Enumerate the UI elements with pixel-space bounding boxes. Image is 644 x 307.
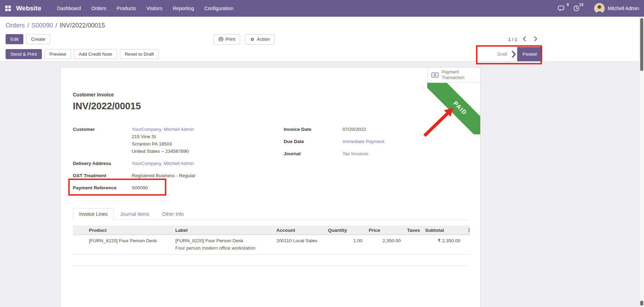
- invoice-sheet: Payment Transaction PAID Customer Invoic…: [60, 67, 481, 307]
- print-button[interactable]: Print: [214, 34, 240, 45]
- scrollbar-bottom-thumb[interactable]: [640, 301, 643, 306]
- status-stage-draft[interactable]: Draft: [497, 52, 507, 57]
- form-view: Payment Transaction PAID Customer Invoic…: [0, 62, 644, 307]
- sheet-body: Customer Invoice INV/2022/00015 Customer…: [61, 68, 480, 266]
- due-date-link[interactable]: Immediate Payment: [343, 139, 384, 144]
- column-header-taxes[interactable]: Taxes: [404, 226, 422, 235]
- column-header-subtotal[interactable]: Subtotal: [422, 226, 463, 235]
- pager: 1 / 1: [508, 34, 539, 44]
- cell-label-description: Four person modern office workstation: [175, 245, 270, 251]
- avatar: [594, 3, 605, 14]
- section-divider: [73, 266, 468, 266]
- invoice-date-value: 07/20/2022: [343, 126, 366, 133]
- main-menu: Dashboard Orders Products Visitors Repor…: [52, 0, 239, 17]
- page: { "colors": { "nav_bg": "#6a5b8e", "prim…: [0, 0, 644, 307]
- reset-to-draft-button[interactable]: Reset to Draft: [120, 49, 159, 60]
- breadcrumb-link-sale-order[interactable]: S00090: [31, 22, 53, 29]
- activities-badge: 13: [579, 2, 583, 7]
- handle-column-header: [73, 226, 86, 235]
- chevron-right-icon: [534, 36, 537, 41]
- tab-journal-items[interactable]: Journal Items: [114, 208, 156, 220]
- apps-menu-button[interactable]: [0, 0, 16, 17]
- notebook-tabs: Invoice Lines Journal Items Other Info: [73, 208, 468, 220]
- customer-link[interactable]: YourCompany, Mitchell Admin: [132, 127, 194, 132]
- cell-subtotal: ₹ 2,350.00: [422, 235, 463, 254]
- printer-icon: [219, 37, 223, 41]
- table-header-row: Product Label Account Quantity Price Tax…: [73, 226, 470, 235]
- status-stage-posted[interactable]: Posted: [517, 47, 542, 61]
- pager-previous-button[interactable]: [521, 34, 528, 44]
- add-credit-note-button[interactable]: Add Credit Note: [74, 49, 117, 60]
- pager-next-button[interactable]: [532, 34, 539, 44]
- delivery-address-link[interactable]: YourCompany, Mitchell Admin: [132, 161, 194, 166]
- status-arrow-icon: [512, 50, 516, 58]
- pager-value: 1 / 1: [508, 37, 517, 42]
- field-customer: Customer YourCompany, Mitchell Admin 215…: [73, 126, 284, 155]
- field-group-left: Customer YourCompany, Mitchell Admin 215…: [73, 126, 284, 196]
- column-header-quantity[interactable]: Quantity: [325, 226, 366, 235]
- field-group-right: Invoice Date 07/20/2022 Due Date Immedia…: [284, 126, 468, 196]
- document-name: INV/2022/00015: [73, 101, 468, 112]
- edit-button[interactable]: Edit: [6, 34, 23, 45]
- column-header-account[interactable]: Account: [273, 226, 325, 235]
- send-print-button[interactable]: Send & Print: [6, 49, 42, 60]
- app-name[interactable]: Website: [16, 5, 41, 12]
- column-header-price[interactable]: Price: [366, 226, 404, 235]
- row-handle-cell: [73, 235, 86, 254]
- field-journal: Journal Tax Invoices: [284, 150, 468, 157]
- customer-street: 215 Vine St: [132, 133, 194, 140]
- nav-item-orders[interactable]: Orders: [86, 0, 112, 17]
- breadcrumb-separator: /: [27, 22, 29, 29]
- gst-treatment-label: GST Treatment: [73, 172, 132, 179]
- journal-label: Journal: [284, 150, 343, 157]
- nav-item-visitors[interactable]: Visitors: [141, 0, 168, 17]
- customer-country: United States – 234567890: [132, 148, 194, 155]
- table-row[interactable]: [FURN_8220] Four Person Desk [FURN_8220]…: [73, 235, 470, 254]
- action-label: Action: [257, 37, 270, 42]
- cell-menu: [463, 235, 470, 254]
- nav-item-configuration[interactable]: Configuration: [199, 0, 238, 17]
- payment-transaction-button[interactable]: Payment Transaction: [428, 68, 480, 82]
- action-button[interactable]: Action: [245, 34, 275, 45]
- scrollbar: [639, 17, 644, 307]
- create-button[interactable]: Create: [26, 34, 50, 45]
- control-center-buttons: Print Action: [214, 34, 275, 45]
- print-label: Print: [225, 37, 235, 42]
- breadcrumb-link-orders[interactable]: Orders: [6, 22, 25, 29]
- apps-grid-icon: [5, 5, 11, 11]
- user-menu[interactable]: Mitchell Admin: [594, 3, 639, 14]
- column-header-label[interactable]: Label: [172, 226, 273, 235]
- tab-invoice-lines[interactable]: Invoice Lines: [73, 208, 114, 220]
- control-left-buttons: Edit Create: [6, 34, 50, 45]
- invoice-lines-table: Product Label Account Quantity Price Tax…: [73, 226, 470, 254]
- preview-button[interactable]: Preview: [45, 49, 71, 60]
- field-due-date: Due Date Immediate Payment: [284, 138, 468, 145]
- column-header-product[interactable]: Product: [86, 226, 172, 235]
- delivery-address-label: Delivery Address: [73, 160, 132, 167]
- cell-account: 200110 Local Sales: [273, 235, 325, 254]
- cell-taxes: [404, 235, 422, 254]
- document-type: Customer Invoice: [73, 92, 468, 97]
- statusbar: Send & Print Preview Add Credit Note Res…: [0, 47, 644, 62]
- nav-item-products[interactable]: Products: [112, 0, 141, 17]
- chevron-left-icon: [523, 36, 526, 41]
- journal-link[interactable]: Tax Invoices: [343, 151, 368, 156]
- cell-product: [FURN_8220] Four Person Desk: [86, 235, 172, 254]
- cell-price: 2,350.00: [366, 235, 404, 254]
- scrollbar-thumb[interactable]: [640, 18, 643, 71]
- top-nav: Website Dashboard Orders Products Visito…: [0, 0, 644, 17]
- invoice-date-label: Invoice Date: [284, 126, 343, 133]
- field-gst-treatment: GST Treatment Registered Business - Regu…: [73, 172, 284, 179]
- activities-button[interactable]: 13: [570, 0, 582, 17]
- messages-button[interactable]: 4: [556, 0, 568, 17]
- breadcrumb: Orders / S00090 / INV/2022/00015: [0, 17, 644, 31]
- tab-other-info[interactable]: Other Info: [156, 208, 190, 220]
- nav-item-dashboard[interactable]: Dashboard: [52, 0, 86, 17]
- field-payment-reference: Payment Reference S00090: [73, 184, 284, 191]
- cell-label-name: [FURN_8220] Four Person Desk: [175, 238, 270, 244]
- breadcrumb-current: INV/2022/00015: [60, 22, 105, 29]
- optional-columns-icon[interactable]: ⋮: [467, 228, 470, 233]
- chat-icon: [558, 6, 565, 11]
- nav-item-reporting[interactable]: Reporting: [168, 0, 199, 17]
- cell-quantity: 1.00: [325, 235, 366, 254]
